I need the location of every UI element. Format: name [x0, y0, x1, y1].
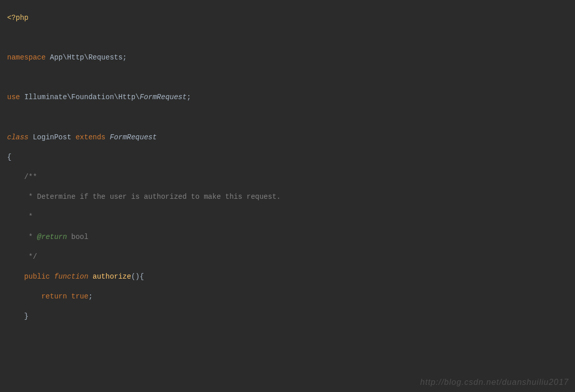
code-line — [7, 113, 575, 123]
code-line — [7, 33, 575, 43]
code-line: * @return bool — [7, 232, 575, 243]
code-line — [7, 73, 575, 83]
code-editor[interactable]: <?php namespace App\Http\Requests; use I… — [0, 0, 575, 392]
code-line — [7, 352, 575, 362]
watermark-text: http://blog.csdn.net/duanshuiliu2017 — [420, 377, 569, 388]
code-line: } — [7, 312, 575, 322]
code-line — [7, 332, 575, 342]
code-line: /** — [7, 172, 575, 183]
code-line: namespace App\Http\Requests; — [7, 53, 575, 63]
code-line: * Determine if the user is authorized to… — [7, 192, 575, 202]
code-line: <?php — [7, 13, 575, 23]
code-line: * — [7, 212, 575, 222]
php-open-tag: <?php — [7, 14, 28, 22]
code-line: */ — [7, 252, 575, 262]
code-line: class LoginPost extends FormRequest — [7, 133, 575, 143]
code-line: public function authorize(){ — [7, 272, 575, 282]
code-line: return true; — [7, 292, 575, 302]
code-line: { — [7, 153, 575, 163]
code-line: use Illuminate\Foundation\Http\FormReque… — [7, 93, 575, 103]
